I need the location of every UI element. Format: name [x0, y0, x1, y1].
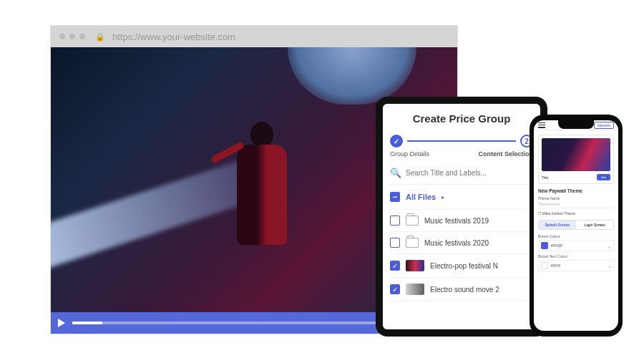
file-label: Music festivals 2019 — [424, 217, 533, 225]
video-thumbnail — [406, 260, 424, 271]
field-label: Button Colour — [538, 234, 614, 238]
section-heading: New Paywall Theme — [538, 188, 614, 193]
chevron-down-icon: ▸ — [441, 194, 444, 200]
step-1-done-icon: ✓ — [390, 135, 403, 147]
ceiling-light — [288, 47, 416, 105]
tab-login[interactable]: Login Screen — [576, 221, 613, 229]
address-bar[interactable]: https://www.your-website.com — [112, 32, 235, 42]
performer-silhouette — [230, 122, 294, 272]
folder-icon — [406, 238, 419, 248]
colour-value: #FFFF — [551, 264, 605, 268]
play-icon[interactable] — [58, 319, 65, 327]
menu-icon[interactable] — [538, 122, 545, 128]
file-label: Music festivals 2020 — [424, 239, 533, 247]
colour-swatch-icon — [541, 242, 548, 249]
checkbox[interactable] — [390, 238, 400, 248]
theme-name-input[interactable]: Theme Name — [538, 200, 614, 208]
phone-device: Klipsells Title Join New Paywall Theme T… — [530, 115, 623, 337]
field-label: Button Text Colour — [538, 254, 614, 258]
screen-tabs: Splash Screen Login Screen — [538, 220, 614, 230]
select-partial-icon[interactable]: − — [390, 192, 400, 202]
brand-badge: Klipsells — [594, 122, 614, 129]
preview-card: Title Join — [538, 135, 614, 184]
colour-value: #FF03D — [551, 244, 605, 248]
tab-splash[interactable]: Splash Screen — [539, 221, 576, 229]
traffic-light-max[interactable] — [79, 34, 85, 39]
tablet-screen: Create Price Group ✓ 2 Group Details Con… — [383, 104, 540, 329]
join-button[interactable]: Join — [597, 174, 610, 180]
browser-chrome: 🔒 https://www.your-website.com — [51, 26, 457, 47]
search-input[interactable] — [406, 169, 533, 177]
folder-icon — [406, 216, 419, 226]
phone-screen: Klipsells Title Join New Paywall Theme T… — [534, 120, 618, 331]
all-files-label: All Files — [406, 193, 436, 201]
video-thumbnail — [406, 284, 424, 295]
colour-swatch-icon — [541, 262, 548, 269]
tablet-device: Create Price Group ✓ 2 Group Details Con… — [376, 97, 547, 337]
button-text-colour-picker[interactable]: #FFFF ⌄ — [538, 260, 614, 271]
preview-title: Title — [542, 175, 548, 180]
seek-progress — [72, 321, 102, 324]
all-files-row[interactable]: − All Files ▸ — [390, 185, 533, 210]
lock-icon: 🔒 — [95, 32, 105, 42]
button-colour-picker[interactable]: #FF03D ⌄ — [538, 240, 614, 251]
step-2-label: Content Selection — [478, 150, 533, 158]
list-item[interactable]: Music festivals 2019 — [390, 210, 533, 232]
file-label: Electro sound move 2 — [430, 286, 533, 294]
page-title: Create Price Group — [390, 112, 533, 125]
default-theme-checkbox[interactable]: ☐ Make Default Theme — [538, 211, 614, 216]
phone-notch — [558, 120, 594, 129]
preview-thumbnail — [542, 138, 610, 171]
search-icon: 🔍 — [390, 168, 401, 178]
traffic-light-min[interactable] — [69, 34, 75, 39]
chevron-down-icon: ⌄ — [608, 243, 611, 248]
checkbox[interactable] — [390, 216, 400, 226]
chevron-down-icon: ⌄ — [608, 263, 611, 268]
list-item[interactable]: Music festivals 2020 — [390, 232, 533, 254]
list-item[interactable]: ✓ Electro-pop festival N — [390, 254, 533, 278]
traffic-light-close[interactable] — [59, 34, 65, 39]
checkbox-checked[interactable]: ✓ — [390, 284, 400, 294]
stepper: ✓ 2 — [390, 135, 533, 147]
checkbox-checked[interactable]: ✓ — [390, 261, 400, 271]
list-item[interactable]: ✓ Electro sound move 2 — [390, 278, 533, 301]
step-1-label: Group Details — [390, 150, 429, 158]
file-label: Electro-pop festival N — [430, 262, 533, 270]
step-connector — [407, 140, 516, 142]
